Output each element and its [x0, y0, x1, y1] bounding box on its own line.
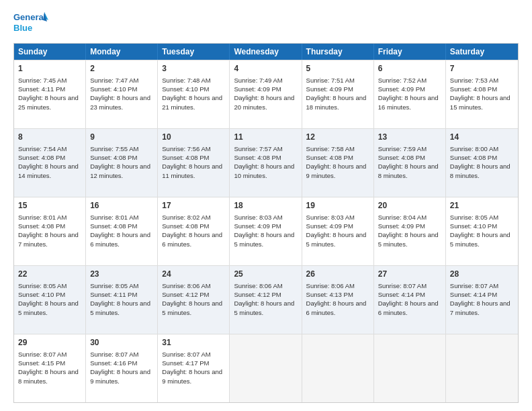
- sunrise-time: Sunrise: 8:07 AM: [450, 282, 498, 289]
- calendar-row-3: 15Sunrise: 8:01 AMSunset: 4:08 PMDayligh…: [14, 197, 518, 265]
- daylight-hours: Daylight: 8 hours and 5 minutes.: [234, 231, 294, 247]
- sunset-time: Sunset: 4:09 PM: [378, 85, 425, 93]
- sunrise-time: Sunrise: 8:05 AM: [450, 214, 498, 221]
- sunset-time: Sunset: 4:10 PM: [450, 222, 497, 230]
- calendar-cell: 22Sunrise: 8:05 AMSunset: 4:10 PMDayligh…: [14, 266, 86, 334]
- calendar-row-1: 1Sunrise: 7:45 AMSunset: 4:11 PMDaylight…: [14, 60, 518, 128]
- day-number: 31: [162, 337, 225, 349]
- calendar-cell: 31Sunrise: 8:07 AMSunset: 4:17 PMDayligh…: [158, 334, 230, 402]
- sunset-time: Sunset: 4:09 PM: [234, 85, 281, 93]
- calendar-cell: 5Sunrise: 7:51 AMSunset: 4:09 PMDaylight…: [302, 60, 374, 128]
- daylight-hours: Daylight: 8 hours and 5 minutes.: [18, 300, 79, 316]
- daylight-hours: Daylight: 8 hours and 5 minutes.: [378, 231, 439, 247]
- sunset-time: Sunset: 4:08 PM: [306, 154, 353, 161]
- day-number: 4: [234, 63, 297, 75]
- calendar-cell: 19Sunrise: 8:03 AMSunset: 4:09 PMDayligh…: [302, 197, 374, 265]
- sunset-time: Sunset: 4:08 PM: [450, 154, 497, 161]
- sunrise-time: Sunrise: 8:06 AM: [162, 282, 210, 289]
- daylight-hours: Daylight: 8 hours and 14 minutes.: [18, 163, 79, 179]
- day-number: 19: [306, 200, 369, 212]
- daylight-hours: Daylight: 8 hours and 7 minutes.: [450, 300, 511, 316]
- daylight-hours: Daylight: 8 hours and 9 minutes.: [306, 163, 367, 179]
- calendar-cell: 12Sunrise: 7:58 AMSunset: 4:08 PMDayligh…: [302, 129, 374, 197]
- calendar-cell: 11Sunrise: 7:57 AMSunset: 4:08 PMDayligh…: [230, 129, 302, 197]
- day-number: 8: [18, 132, 81, 143]
- calendar-cell: 4Sunrise: 7:49 AMSunset: 4:09 PMDaylight…: [230, 60, 302, 128]
- sunset-time: Sunset: 4:08 PM: [90, 154, 137, 161]
- day-number: 5: [306, 63, 369, 75]
- calendar: SundayMondayTuesdayWednesdayThursdayFrid…: [13, 43, 519, 403]
- calendar-cell: 27Sunrise: 8:07 AMSunset: 4:14 PMDayligh…: [374, 266, 446, 334]
- calendar-cell: 21Sunrise: 8:05 AMSunset: 4:10 PMDayligh…: [446, 197, 518, 265]
- calendar-cell: 2Sunrise: 7:47 AMSunset: 4:10 PMDaylight…: [86, 60, 158, 128]
- sunset-time: Sunset: 4:16 PM: [90, 359, 137, 367]
- calendar-cell: 13Sunrise: 7:59 AMSunset: 4:08 PMDayligh…: [374, 129, 446, 197]
- calendar-cell: 28Sunrise: 8:07 AMSunset: 4:14 PMDayligh…: [446, 266, 518, 334]
- day-number: 24: [162, 269, 225, 280]
- day-number: 25: [234, 269, 297, 280]
- day-number: 11: [234, 132, 297, 143]
- sunrise-time: Sunrise: 8:07 AM: [162, 351, 210, 358]
- sunrise-time: Sunrise: 8:01 AM: [18, 214, 66, 221]
- day-number: 14: [450, 132, 514, 143]
- sunrise-time: Sunrise: 7:47 AM: [90, 77, 138, 84]
- daylight-hours: Daylight: 8 hours and 7 minutes.: [18, 231, 79, 247]
- daylight-hours: Daylight: 8 hours and 16 minutes.: [378, 94, 439, 110]
- day-number: 1: [18, 63, 81, 75]
- daylight-hours: Daylight: 8 hours and 6 minutes.: [378, 300, 439, 316]
- calendar-cell: 18Sunrise: 8:03 AMSunset: 4:09 PMDayligh…: [230, 197, 302, 265]
- calendar-row-4: 22Sunrise: 8:05 AMSunset: 4:10 PMDayligh…: [14, 265, 518, 334]
- sunset-time: Sunset: 4:14 PM: [450, 291, 497, 298]
- page: General Blue SundayMondayTuesdayWednesda…: [0, 0, 532, 411]
- calendar-cell: 26Sunrise: 8:06 AMSunset: 4:13 PMDayligh…: [302, 266, 374, 334]
- day-number: 9: [90, 132, 153, 143]
- sunset-time: Sunset: 4:08 PM: [18, 222, 65, 230]
- sunset-time: Sunset: 4:08 PM: [90, 222, 137, 230]
- calendar-cell: 17Sunrise: 8:02 AMSunset: 4:08 PMDayligh…: [158, 197, 230, 265]
- header-day-friday: Friday: [374, 44, 446, 60]
- sunrise-time: Sunrise: 7:53 AM: [450, 77, 498, 84]
- daylight-hours: Daylight: 8 hours and 12 minutes.: [90, 163, 150, 179]
- sunrise-time: Sunrise: 7:55 AM: [90, 145, 138, 152]
- daylight-hours: Daylight: 8 hours and 5 minutes.: [306, 231, 367, 247]
- day-number: 3: [162, 63, 225, 75]
- day-number: 10: [162, 132, 225, 143]
- sunset-time: Sunset: 4:09 PM: [378, 222, 425, 230]
- calendar-cell: 14Sunrise: 8:00 AMSunset: 4:08 PMDayligh…: [446, 129, 518, 197]
- daylight-hours: Daylight: 8 hours and 10 minutes.: [234, 163, 294, 179]
- daylight-hours: Daylight: 8 hours and 23 minutes.: [90, 94, 150, 110]
- sunset-time: Sunset: 4:09 PM: [234, 222, 281, 230]
- logo-icon: General Blue: [13, 11, 48, 36]
- day-number: 17: [162, 200, 225, 212]
- sunrise-time: Sunrise: 7:52 AM: [378, 77, 427, 84]
- daylight-hours: Daylight: 8 hours and 8 minutes.: [18, 368, 79, 384]
- sunrise-time: Sunrise: 8:05 AM: [18, 282, 66, 289]
- calendar-body: 1Sunrise: 7:45 AMSunset: 4:11 PMDaylight…: [14, 60, 518, 402]
- header: General Blue: [13, 11, 519, 36]
- sunset-time: Sunset: 4:08 PM: [450, 85, 497, 93]
- calendar-cell: 10Sunrise: 7:56 AMSunset: 4:08 PMDayligh…: [158, 129, 230, 197]
- daylight-hours: Daylight: 8 hours and 15 minutes.: [450, 94, 511, 110]
- sunrise-time: Sunrise: 8:01 AM: [90, 214, 138, 221]
- sunrise-time: Sunrise: 7:58 AM: [306, 145, 355, 152]
- daylight-hours: Daylight: 8 hours and 8 minutes.: [450, 163, 511, 179]
- calendar-cell: [230, 334, 302, 402]
- calendar-cell: 23Sunrise: 8:05 AMSunset: 4:11 PMDayligh…: [86, 266, 158, 334]
- header-day-wednesday: Wednesday: [230, 44, 302, 60]
- daylight-hours: Daylight: 8 hours and 5 minutes.: [90, 300, 150, 316]
- day-number: 16: [90, 200, 153, 212]
- sunset-time: Sunset: 4:13 PM: [306, 291, 353, 298]
- sunrise-time: Sunrise: 7:51 AM: [306, 77, 355, 84]
- day-number: 2: [90, 63, 153, 75]
- day-number: 27: [378, 269, 441, 280]
- sunset-time: Sunset: 4:09 PM: [306, 85, 353, 93]
- sunset-time: Sunset: 4:08 PM: [18, 154, 65, 161]
- sunrise-time: Sunrise: 8:07 AM: [90, 351, 138, 358]
- calendar-cell: 7Sunrise: 7:53 AMSunset: 4:08 PMDaylight…: [446, 60, 518, 128]
- sunset-time: Sunset: 4:09 PM: [306, 222, 353, 230]
- calendar-cell: 3Sunrise: 7:48 AMSunset: 4:10 PMDaylight…: [158, 60, 230, 128]
- sunset-time: Sunset: 4:10 PM: [162, 85, 209, 93]
- sunset-time: Sunset: 4:08 PM: [378, 154, 425, 161]
- sunset-time: Sunset: 4:08 PM: [162, 154, 209, 161]
- daylight-hours: Daylight: 8 hours and 9 minutes.: [90, 368, 150, 384]
